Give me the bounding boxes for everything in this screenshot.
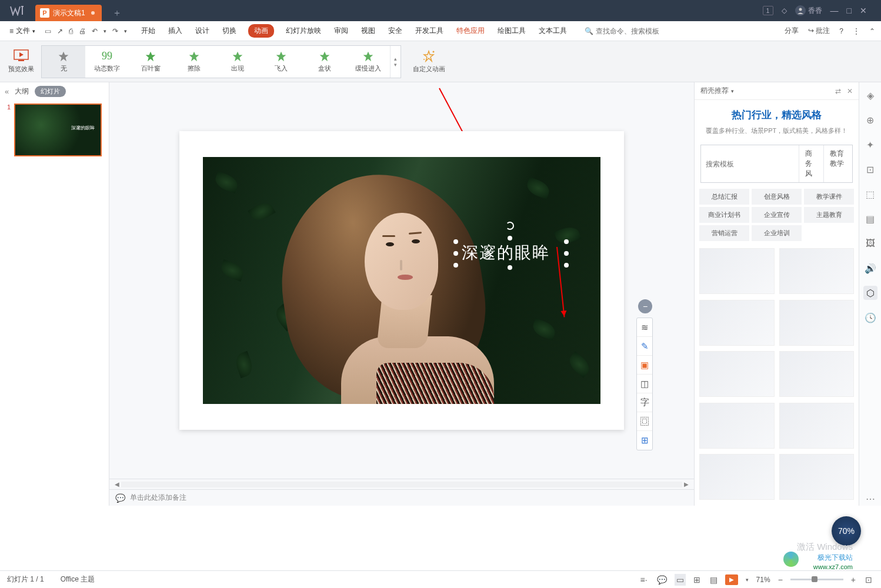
tab-security[interactable]: 安全 bbox=[387, 24, 403, 38]
template-item[interactable] bbox=[779, 248, 855, 294]
resize-handle[interactable] bbox=[453, 239, 458, 244]
resize-handle[interactable] bbox=[564, 239, 569, 244]
open-icon[interactable]: ▭ bbox=[45, 27, 51, 35]
scroll-left-button[interactable]: ◀ bbox=[113, 480, 121, 489]
resize-handle[interactable] bbox=[453, 251, 458, 256]
reading-view-icon[interactable]: ▤ bbox=[708, 574, 719, 586]
notification-badge[interactable]: 1 bbox=[763, 6, 773, 15]
tag-summary[interactable]: 总结汇报 bbox=[699, 189, 749, 205]
zoom-out-button[interactable]: − bbox=[776, 574, 785, 586]
layers-icon[interactable]: ≋ bbox=[637, 318, 652, 337]
template-item[interactable] bbox=[779, 403, 855, 449]
zoom-slider[interactable] bbox=[790, 579, 843, 580]
tab-review[interactable]: 审阅 bbox=[333, 24, 349, 38]
slide-photo[interactable]: 深邃的眼眸 bbox=[203, 157, 600, 404]
print-icon[interactable]: ⎙ bbox=[69, 27, 73, 35]
animation-slow-in[interactable]: 缓慢进入 bbox=[346, 46, 390, 78]
tag-bizplan[interactable]: 商业计划书 bbox=[699, 207, 749, 223]
skin-icon[interactable]: ◇ bbox=[782, 6, 787, 15]
rail-image-icon[interactable]: 🖼 bbox=[863, 236, 877, 250]
resize-handle[interactable] bbox=[564, 251, 569, 256]
sorter-view-icon[interactable]: ⊞ bbox=[692, 574, 702, 586]
document-tab[interactable]: P 演示文稿1 bbox=[35, 5, 102, 21]
tab-drawtools[interactable]: 绘图工具 bbox=[496, 24, 527, 38]
resize-handle[interactable] bbox=[508, 236, 512, 240]
add-tab-button[interactable]: ＋ bbox=[109, 5, 125, 21]
animation-gallery-more[interactable]: ▴ ▾ bbox=[390, 46, 401, 78]
tag-marketing[interactable]: 营销运营 bbox=[699, 225, 749, 241]
search-filter-business[interactable]: 商务风 bbox=[799, 145, 823, 182]
collapse-ribbon-button[interactable]: ⌃ bbox=[869, 27, 875, 35]
resize-handle[interactable] bbox=[453, 263, 458, 268]
tab-texttools[interactable]: 文本工具 bbox=[538, 24, 568, 38]
collapse-toolbar-button[interactable]: − bbox=[638, 299, 652, 313]
animation-appear[interactable]: 出现 bbox=[216, 46, 259, 78]
template-item[interactable] bbox=[699, 403, 775, 449]
slideshow-dropdown-icon[interactable]: ▾ bbox=[744, 576, 750, 584]
more-button[interactable]: ⋮ bbox=[853, 27, 860, 35]
template-item[interactable] bbox=[699, 351, 775, 397]
tab-slideshow[interactable]: 幻灯片放映 bbox=[285, 24, 322, 38]
rail-property-icon[interactable]: ⊡ bbox=[863, 162, 877, 176]
collapse-nav-button[interactable]: « bbox=[5, 87, 9, 96]
tab-view[interactable]: 视图 bbox=[360, 24, 376, 38]
panel-close-icon[interactable]: ✕ bbox=[847, 87, 853, 95]
resize-handle[interactable] bbox=[564, 263, 569, 268]
horizontal-scrollbar[interactable]: ◀ ▶ bbox=[109, 479, 694, 489]
maximize-button[interactable]: □ bbox=[847, 6, 852, 15]
panel-title[interactable]: 稻壳推荐 ▾ bbox=[700, 86, 734, 96]
template-item[interactable] bbox=[699, 454, 775, 500]
rail-template-icon[interactable]: ⬚ bbox=[863, 187, 877, 201]
search-filter-education[interactable]: 教育教学 bbox=[823, 145, 852, 182]
tab-insert[interactable]: 插入 bbox=[167, 24, 183, 38]
tab-transition[interactable]: 切换 bbox=[221, 24, 238, 38]
animation-dynamic-number[interactable]: 99 动态数字 bbox=[85, 46, 129, 78]
rail-resource-icon[interactable]: ⬡ bbox=[863, 286, 877, 300]
rail-transition-icon[interactable]: ⊕ bbox=[863, 113, 877, 127]
panel-settings-icon[interactable]: ⇄ bbox=[835, 87, 841, 95]
template-item[interactable] bbox=[699, 248, 775, 294]
normal-view-icon[interactable]: ▭ bbox=[675, 574, 686, 586]
export-icon[interactable]: ↗ bbox=[57, 27, 63, 35]
template-item[interactable] bbox=[779, 351, 855, 397]
tag-creative[interactable]: 创意风格 bbox=[752, 189, 802, 205]
tag-courseware[interactable]: 教学课件 bbox=[804, 189, 854, 205]
undo-dropdown-icon[interactable]: ▾ bbox=[104, 28, 106, 34]
share-button[interactable]: 分享 bbox=[785, 26, 799, 36]
resize-handle[interactable] bbox=[508, 265, 512, 270]
redo-icon[interactable]: ↷ bbox=[112, 27, 118, 35]
crop-icon[interactable]: ◫ bbox=[637, 375, 652, 393]
image-icon[interactable]: ▣ bbox=[637, 356, 652, 375]
tab-animation[interactable]: 动画 bbox=[248, 24, 274, 38]
template-item[interactable] bbox=[779, 300, 855, 346]
tab-devtools[interactable]: 开发工具 bbox=[414, 24, 445, 38]
animation-none[interactable]: 无 bbox=[42, 46, 85, 78]
print-preview-icon[interactable]: 🖨 bbox=[79, 27, 86, 35]
redo-dropdown-icon[interactable]: ▾ bbox=[124, 28, 127, 34]
user-account[interactable]: 香香 bbox=[795, 5, 822, 16]
undo-icon[interactable]: ↶ bbox=[92, 27, 98, 35]
slide-canvas[interactable]: 深邃的眼眸 − ≋ bbox=[109, 82, 694, 479]
slide-thumbnail-1[interactable]: 1 深邃的眼眸 bbox=[0, 100, 109, 160]
zoom-knob[interactable] bbox=[812, 576, 817, 582]
animation-flyin[interactable]: 飞入 bbox=[259, 46, 303, 78]
template-item[interactable] bbox=[699, 300, 775, 346]
tab-featured[interactable]: 特色应用 bbox=[455, 24, 486, 38]
search-input[interactable] bbox=[596, 27, 672, 35]
animation-blinds[interactable]: 百叶窗 bbox=[129, 46, 172, 78]
rail-animation-icon[interactable]: ✦ bbox=[863, 138, 877, 152]
file-menu[interactable]: ≡ 文件 ▾ bbox=[6, 24, 39, 38]
zoom-in-button[interactable]: + bbox=[849, 574, 857, 586]
help-button[interactable]: ? bbox=[839, 27, 843, 35]
notes-pane[interactable]: 💬 单击此处添加备注 bbox=[109, 489, 694, 506]
rail-more-icon[interactable]: ⋯ bbox=[863, 492, 877, 506]
tab-design[interactable]: 设计 bbox=[194, 24, 211, 38]
select-icon[interactable]: ⿴ bbox=[637, 412, 652, 431]
grid-icon[interactable]: ⊞ bbox=[637, 431, 652, 450]
tag-theme-edu[interactable]: 主题教育 bbox=[804, 207, 854, 223]
rail-history-icon[interactable]: 🕓 bbox=[863, 310, 877, 325]
pen-icon[interactable]: ✎ bbox=[637, 337, 652, 356]
slideshow-button[interactable]: ▶ bbox=[725, 574, 738, 585]
annotate-button[interactable]: ↪ 批注 bbox=[808, 26, 830, 36]
animation-wipe[interactable]: 擦除 bbox=[172, 46, 216, 78]
